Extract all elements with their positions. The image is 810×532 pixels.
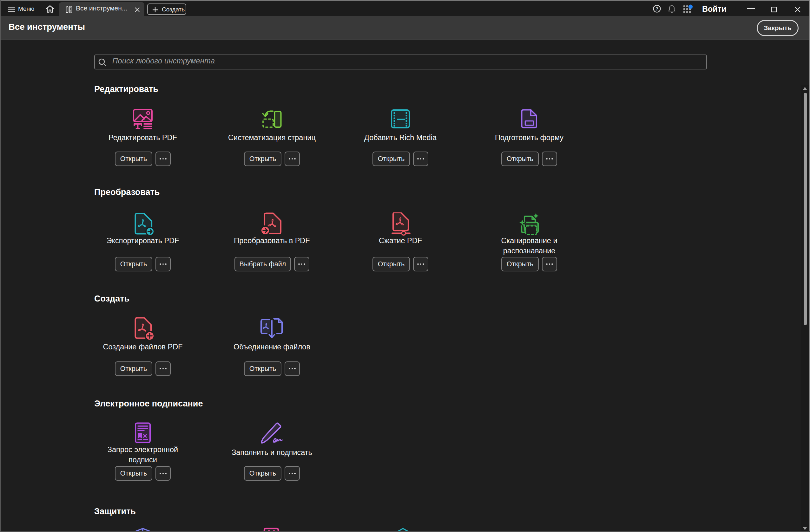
svg-text:?: ? [655, 6, 658, 12]
